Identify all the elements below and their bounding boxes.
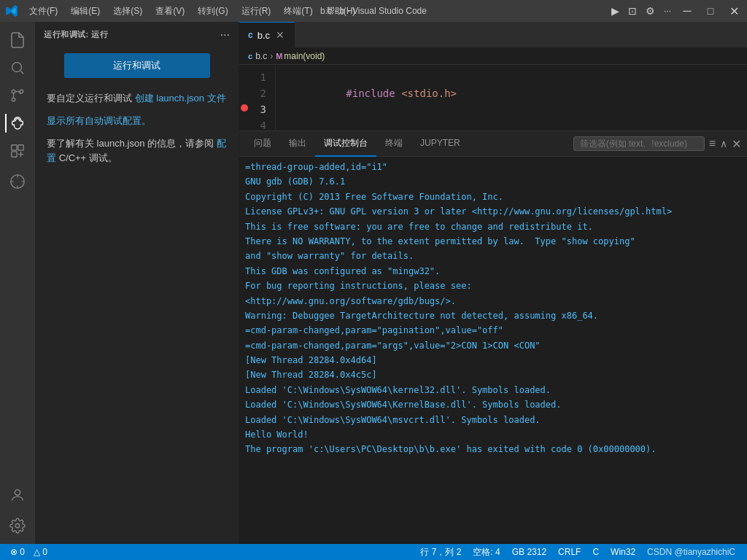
console-line-4: This is free software: you are free to c…	[245, 219, 741, 234]
run-debug-button[interactable]: 运行和调试	[64, 53, 210, 78]
tab-bc-label: b.c	[258, 30, 270, 41]
titlebar-left: 文件(F) 编辑(E) 选择(S) 查看(V) 转到(G) 运行(R) 终端(T…	[6, 4, 361, 19]
close-button[interactable]: ✕	[727, 4, 741, 18]
vscode-logo-icon	[6, 5, 18, 17]
panel-tab-output[interactable]: 输出	[280, 131, 315, 157]
panel-filter-input[interactable]	[573, 136, 705, 151]
console-line-11: =cmd-param-changed,param="pagination",va…	[245, 323, 741, 338]
minimize-button[interactable]: ─	[680, 4, 694, 18]
panel-tab-problems[interactable]: 问题	[245, 131, 280, 157]
code-content[interactable]: #include <stdio.h> int main(void) {	[276, 65, 747, 131]
status-warnings[interactable]: △ 0	[29, 547, 52, 557]
console-line-15: Loaded 'C:\Windows\SysWOW64\kernel32.dll…	[245, 383, 741, 397]
sidebar-header: 运行和调试: 运行 ···	[35, 22, 239, 47]
status-line-col[interactable]: 行 7，列 2	[414, 546, 467, 559]
sidebar-tip2: 显示所有自动调试配置。	[47, 114, 227, 129]
breadcrumb-file[interactable]: b.c	[255, 51, 267, 61]
panel-tab-jupyter[interactable]: JUPYTER	[411, 131, 469, 157]
sidebar-tip3: 要了解有关 launch.json 的信息，请参阅 配置 C/C++ 调试。	[47, 136, 227, 167]
activity-icon-search[interactable]	[5, 55, 30, 80]
console-line-16: Loaded 'C:\Windows\SysWOW64\KernelBase.d…	[245, 397, 741, 412]
run-icon[interactable]: ▶	[611, 5, 619, 17]
line-num-1: 1	[239, 69, 266, 85]
breadcrumb-sep: ›	[270, 51, 273, 61]
tip1-text: 要自定义运行和调试	[47, 93, 132, 104]
status-encoding[interactable]: GB 2312	[506, 547, 552, 557]
tab-bc-close[interactable]: ✕	[274, 29, 286, 41]
console-line-12: =cmd-param-changed,param="args",value="2…	[245, 338, 741, 353]
tip3-suffix2: C/C++ 调试。	[59, 152, 117, 163]
activity-icon-settings[interactable]	[5, 513, 30, 538]
split-icon[interactable]: ⊡	[628, 5, 637, 17]
svg-rect-5	[18, 145, 23, 150]
breadcrumb: c b.c › M main(void)	[239, 47, 747, 65]
status-errors[interactable]: ⊗ 0	[6, 547, 29, 557]
activity-icon-debug[interactable]	[5, 111, 30, 136]
extensions-icon	[9, 143, 26, 159]
code-line-2	[282, 117, 741, 131]
status-spaces[interactable]: 空格: 4	[467, 546, 506, 559]
sidebar-tip1: 要自定义运行和调试 创建 launch.json 文件	[47, 91, 227, 106]
titlebar-controls: ▶ ⊡ ⚙ ··· ─ □ ✕	[611, 4, 741, 18]
create-launch-link[interactable]: 创建 launch.json 文件	[135, 93, 226, 104]
activity-icon-git[interactable]	[5, 83, 30, 108]
svg-point-7	[15, 490, 20, 495]
console-line-17: Loaded 'C:\Windows\SysWOW64\msvcrt.dll'.…	[245, 413, 741, 427]
console-line-2: Copyright (C) 2013 Free Software Foundat…	[245, 190, 741, 204]
maximize-button[interactable]: □	[703, 5, 718, 17]
status-line-ending[interactable]: CRLF	[552, 547, 587, 557]
tab-bc[interactable]: c b.c ✕	[239, 22, 295, 47]
panel-tab-terminal[interactable]: 终端	[376, 131, 411, 157]
panel-list-icon[interactable]: ≡	[709, 137, 716, 150]
activity-bottom	[5, 483, 30, 538]
menu-select[interactable]: 选择(S)	[107, 4, 148, 19]
svg-rect-6	[12, 152, 17, 157]
panel-close-icon[interactable]: ✕	[732, 137, 741, 151]
menu-file[interactable]: 文件(F)	[23, 4, 63, 19]
show-configs-link[interactable]: 显示所有自动调试配置。	[47, 114, 227, 129]
menu-run[interactable]: 运行(R)	[236, 4, 277, 19]
status-platform[interactable]: Win32	[605, 547, 641, 557]
tab-bar: c b.c ✕	[239, 22, 747, 47]
panel-tab-debug-console[interactable]: 调试控制台	[315, 131, 376, 157]
activity-bar	[0, 22, 35, 544]
console-line-9: <http://www.gnu.org/software/gdb/bugs/>.	[245, 294, 741, 308]
activity-icon-explorer[interactable]	[5, 28, 30, 52]
activity-icon-account[interactable]	[5, 483, 30, 508]
search-icon	[9, 60, 26, 76]
console-line-8: For bug reporting instructions, please s…	[245, 279, 741, 293]
sidebar-header-ellipsis[interactable]: ···	[220, 28, 230, 42]
tab-bc-icon: c	[248, 30, 253, 40]
tip3-prefix: 要了解有关 launch.json 的信息，请参阅	[47, 138, 214, 149]
account-icon	[9, 487, 26, 503]
code-line-1: #include <stdio.h>	[282, 69, 741, 117]
breadcrumb-symbol[interactable]: M main(void)	[276, 51, 325, 61]
console-line-7: This GDB was configured as "mingw32".	[245, 264, 741, 279]
line-numbers: 1 2 3 4	[239, 65, 276, 131]
menu-view[interactable]: 查看(V)	[150, 4, 190, 19]
remote-icon	[9, 174, 26, 190]
menu-goto[interactable]: 转到(G)	[192, 4, 233, 19]
gear-icon[interactable]: ⚙	[646, 5, 655, 17]
panel-collapse-icon[interactable]: ∧	[720, 138, 727, 149]
console-line-5: There is NO WARRANTY, to the extent perm…	[245, 234, 741, 249]
panel-tabs: 问题 输出 调试控制台 终端 JUPYTER ≡ ∧ ✕	[239, 131, 747, 157]
activity-icon-extensions[interactable]	[5, 139, 30, 163]
ellipsis-icon[interactable]: ···	[664, 6, 671, 16]
menu-edit[interactable]: 编辑(E)	[65, 4, 106, 19]
breadcrumb-icon: c	[248, 52, 252, 61]
svg-point-0	[12, 63, 22, 72]
status-watermark: CSDN @tianyazhichiC	[641, 547, 741, 557]
line-num-2: 2	[239, 85, 266, 101]
console-line-18: Hello World!	[245, 427, 741, 442]
editor-panel-area: c b.c ✕ c b.c › M main(void) 1 2 3	[239, 22, 747, 544]
menu-terminal[interactable]: 终端(T)	[278, 4, 318, 19]
sidebar: 运行和调试: 运行 ··· 运行和调试 要自定义运行和调试 创建 launch.…	[35, 22, 239, 544]
status-language[interactable]: C	[587, 547, 605, 557]
files-icon	[9, 31, 26, 49]
console-line-3: License GPLv3+: GNU GPL version 3 or lat…	[245, 204, 741, 219]
titlebar: 文件(F) 编辑(E) 选择(S) 查看(V) 转到(G) 运行(R) 终端(T…	[0, 0, 747, 22]
sidebar-title: 运行和调试: 运行	[44, 29, 108, 40]
panel-content[interactable]: =thread-group-added,id="i1" GNU gdb (GDB…	[239, 157, 747, 544]
activity-icon-remote[interactable]	[5, 169, 30, 194]
